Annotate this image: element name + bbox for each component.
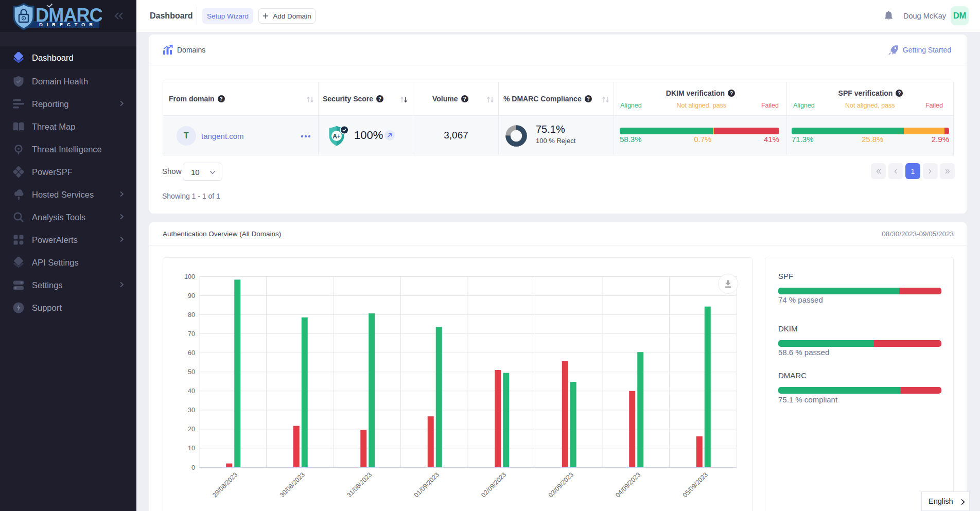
svg-text:30: 30 (188, 407, 195, 414)
svg-text:20: 20 (188, 426, 195, 433)
svg-text:60: 60 (188, 349, 195, 357)
svg-text:01/09/2023: 01/09/2023 (413, 471, 441, 499)
svg-text:02/09/2023: 02/09/2023 (480, 471, 507, 499)
svg-text:31/08/2023: 31/08/2023 (345, 471, 373, 499)
svg-text:10: 10 (188, 445, 195, 452)
svg-text:03/09/2023: 03/09/2023 (547, 471, 575, 499)
svg-text:A+: A+ (332, 133, 341, 140)
svg-text:70: 70 (188, 330, 195, 338)
svg-text:0: 0 (191, 464, 195, 471)
svg-text:04/09/2023: 04/09/2023 (614, 471, 642, 499)
svg-text:90: 90 (188, 292, 195, 299)
svg-text:40: 40 (188, 387, 195, 395)
svg-text:100: 100 (184, 273, 195, 280)
svg-text:29/08/2023: 29/08/2023 (211, 471, 239, 499)
svg-text:80: 80 (188, 311, 195, 319)
svg-text:05/09/2023: 05/09/2023 (681, 471, 709, 499)
svg-text:DMARC: DMARC (36, 5, 102, 26)
svg-text:30/08/2023: 30/08/2023 (278, 471, 306, 499)
svg-text:50: 50 (188, 368, 195, 376)
